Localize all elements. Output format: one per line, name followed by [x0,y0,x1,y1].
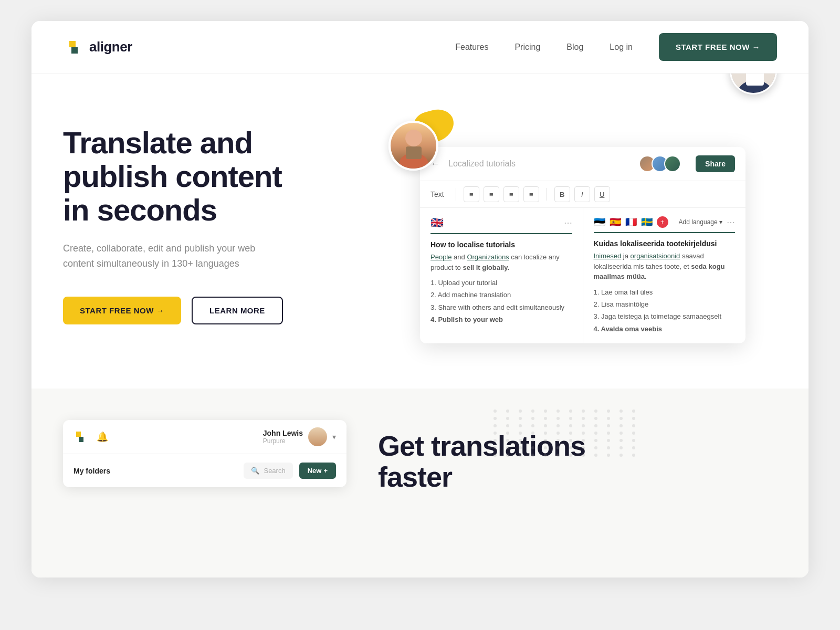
svg-point-2 [405,130,422,146]
app-user: John Lewis Purpure ▾ [263,427,336,446]
add-language-btn[interactable]: Add language ▾ [679,218,722,226]
search-box[interactable]: 🔍 Search [244,463,292,479]
italic-btn[interactable]: I [574,186,590,202]
nav-links: Features Pricing Blog Log in START FREE … [455,33,777,61]
align-justify-btn[interactable]: ≡ [523,186,539,202]
search-icon: 🔍 [251,467,259,475]
trans-col: 🇪🇪 🇪🇸 🇫🇷 🇸🇪 + Add language ▾ ⋯ Kuidas lo… [583,208,746,343]
editor-toolbar: Text ≡ ≡ ≡ ≡ B I U [420,181,746,208]
source-col: 🇬🇧 ⋯ How to localise tutorials People an… [420,208,583,343]
person-silhouette-2 [731,74,777,94]
search-placeholder: Search [264,467,285,475]
align-left-btn[interactable]: ≡ [464,186,479,202]
trans-lang-tab: 🇪🇪 🇪🇸 🇫🇷 🇸🇪 + Add language ▾ ⋯ [594,216,736,233]
svg-marker-11 [79,437,83,442]
toolbar-label: Text [430,190,444,198]
editor-header: ← Localized tutorials Share [420,147,746,181]
svg-marker-1 [71,47,78,54]
user-avatar [308,427,327,446]
new-button[interactable]: New + [299,463,336,479]
uk-flag: 🇬🇧 [430,216,444,229]
app-body: My folders 🔍 Search New + [63,454,346,487]
section2-left: 🔔 John Lewis Purpure ▾ My folders 🔍 [63,420,346,487]
underline-btn[interactable]: U [594,186,610,202]
avatar-bubble [388,121,438,171]
swe-flag: 🇸🇪 [641,216,653,228]
toolbar-separator [456,188,456,201]
svg-marker-0 [69,41,76,47]
editor-avatars [639,155,681,172]
trans-content-body: Inimesed ja organisatsioonid saavad loka… [594,251,736,282]
source-content-body: People and Organizations can localize an… [430,252,572,272]
nav-features[interactable]: Features [455,43,488,52]
trans-col-menu[interactable]: ⋯ [727,217,735,227]
more-langs-badge: + [657,216,668,228]
user-sub: Purpure [263,437,303,445]
right-avatar [730,74,777,94]
editor-card: ← Localized tutorials Share Text ≡ ≡ ≡ ≡ [420,147,746,343]
logo-text: aligner [89,39,132,55]
fra-flag: 🇫🇷 [625,216,637,228]
trans-content-list: 1. Lae oma fail üles 2. Lisa masintõlge … [594,286,736,335]
folder-label: My folders [74,467,110,475]
hero-left: Translate and publish content in seconds… [63,116,315,324]
navbar: aligner Features Pricing Blog Log in STA… [32,21,808,74]
hero-section: Translate and publish content in seconds… [32,74,808,388]
nav-blog[interactable]: Blog [566,43,583,52]
collab-avatar-3 [664,155,681,172]
nav-pricing[interactable]: Pricing [514,43,540,52]
hero-subtitle: Create, collaborate, edit and publish yo… [63,241,262,271]
new-btn-label: New [308,467,322,475]
source-col-menu[interactable]: ⋯ [564,218,572,228]
app-logo-icon [74,429,88,444]
svg-rect-9 [746,74,764,86]
svg-rect-4 [406,146,422,159]
bold-btn[interactable]: B [554,186,570,202]
nav-cta-button[interactable]: START FREE NOW → [659,33,777,61]
hero-buttons: START FREE NOW → LEARN MORE [63,297,315,324]
esp-flag: 🇪🇸 [610,216,621,228]
person-silhouette [395,127,432,169]
align-center-btn[interactable]: ≡ [484,186,499,202]
share-button[interactable]: Share [696,155,735,172]
section2: // We'll render this via inline logic be… [32,388,808,578]
app-mockup-header: 🔔 John Lewis Purpure ▾ [63,420,346,454]
plus-icon: + [323,467,328,475]
editor-title: Localized tutorials [448,159,631,169]
trans-content-title: Kuidas lokaliseerida tootekirjeldusi [594,239,736,248]
hero-cta-button[interactable]: START FREE NOW → [63,297,181,324]
user-name: John Lewis [263,429,303,437]
logo-icon [63,37,84,58]
app-logo [74,429,88,444]
chevron-down-icon[interactable]: ▾ [332,433,336,441]
source-content-list: 1. Upload your tutorial 2. Add machine t… [430,277,572,326]
nav-login[interactable]: Log in [610,43,633,52]
editor-columns: 🇬🇧 ⋯ How to localise tutorials People an… [420,208,746,343]
app-mockup: 🔔 John Lewis Purpure ▾ My folders 🔍 [63,420,346,487]
est-flag: 🇪🇪 [594,216,605,228]
hero-title: Translate and publish content in seconds [63,126,315,226]
source-content-title: How to localise tutorials [430,240,572,249]
section2-title-line2: faster [378,461,452,492]
align-right-btn[interactable]: ≡ [503,186,519,202]
bell-icon[interactable]: 🔔 [97,431,108,443]
toolbar-separator2 [547,188,547,201]
logo[interactable]: aligner [63,37,132,58]
hero-learn-more-button[interactable]: LEARN MORE [192,297,283,324]
svg-marker-10 [76,432,81,437]
source-lang-tab: 🇬🇧 ⋯ [430,216,572,234]
dot-grid: // We'll render this via inline logic be… [494,410,640,457]
